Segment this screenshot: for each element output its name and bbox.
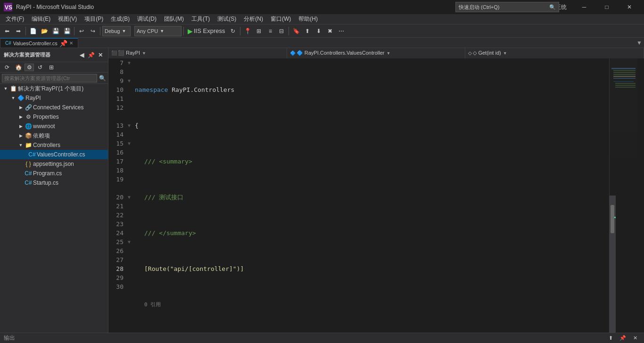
menu-view[interactable]: 视图(V) [54,14,81,24]
code-line-11: /// </summary> [135,229,607,237]
toolbar-btn5[interactable]: 🔖 [291,26,301,36]
ln-21: 21 [110,202,124,211]
refresh-btn[interactable]: ↻ [228,26,238,36]
menu-analyze[interactable]: 分析(N) [240,14,267,24]
ln-22: 22 [110,211,124,220]
maximize-button[interactable]: □ [596,0,618,14]
tree-valuescontroller[interactable]: C# ValuesController.cs [0,150,108,159]
sidebar-pin-btn[interactable]: 📌 [87,51,95,59]
ln-25: 25 [110,237,124,246]
toolbar-btn9[interactable]: ⋯ [336,26,347,36]
forward-btn[interactable]: ➡ [13,26,24,36]
scrollbar-thumb[interactable] [611,205,614,233]
sidebar-collapse-btn[interactable]: ◀ [78,51,85,59]
quick-launch-bar[interactable]: 快速启动 (Ctrl+Q) 🔍 [455,2,559,12]
nav-class-icon: 🔷 [290,50,296,56]
ln-12: 12 [110,103,124,112]
sidebar-search-input[interactable] [2,74,97,82]
tree-program[interactable]: C# Program.cs [0,169,108,178]
tree-connected-services[interactable]: ▶ 🔗 Connected Services [0,103,108,112]
toolbar-btn8[interactable]: ✖ [325,26,335,36]
tree-project[interactable]: ▼ 🔷 RayPI [0,93,108,103]
ln-18: 18 [110,166,124,175]
nav-method[interactable]: ◇ ◇ Get(int id) ▼ [465,48,644,58]
config-dropdown[interactable]: Debug ▼ [102,26,131,36]
output-pin-btn[interactable]: 📌 [618,333,628,343]
tree-properties[interactable]: ▶ ⚙ Properties [0,112,108,122]
ln-20: 20 [110,193,124,202]
sidebar-tb1[interactable]: ⟳ [2,62,12,73]
ln-8: 8 [110,67,124,76]
sidebar-tb2[interactable]: 🏠 [13,62,24,73]
toolbar-btn4[interactable]: ⊟ [276,26,287,36]
tree-arrow-solution: ▼ [2,86,9,91]
tab-close-btn[interactable]: ✕ [69,41,73,46]
toolbar-btn3[interactable]: ≡ [265,26,275,36]
sidebar-props-btn[interactable]: ⚙ [25,64,34,71]
right-panel [609,58,644,333]
menu-project[interactable]: 项目(P) [81,14,107,24]
code-editor[interactable]: namespace RayPI.Controllers { /// <summa… [133,58,609,333]
collapse-15[interactable]: ▼ [125,139,133,148]
c23 [125,220,133,229]
editor-scrollbar[interactable] [609,196,616,333]
tree-controllers[interactable]: ▼ 📁 Controllers [0,140,108,150]
save-btn[interactable]: 💾 [50,26,61,36]
sidebar-close-btn[interactable]: ✕ [97,51,104,59]
sidebar-search-icon[interactable]: 🔍 [99,75,106,82]
output-dock-btn[interactable]: ⬆ [605,333,616,343]
sidebar-tb3[interactable]: ↺ [35,62,45,73]
close-button[interactable]: ✕ [619,0,640,14]
kw-namespace: namespace [135,85,168,94]
tree-wwwroot[interactable]: ▶ 🌐 wwwroot [0,122,108,131]
output-close-btn[interactable]: ✕ [630,333,640,343]
toolbar-btn6[interactable]: ⬆ [302,26,313,36]
tree-dependencies[interactable]: ▶ 📦 依赖项 [0,131,108,140]
tab-label: ValuesController.cs [13,41,58,46]
sidebar-tb4[interactable]: ⊞ [46,62,57,73]
collapse-25[interactable]: ▼ [125,237,133,246]
toolbar-btn7[interactable]: ⬇ [314,26,324,36]
collapse-20[interactable]: ▼ [125,193,133,202]
platform-dropdown[interactable]: Any CPU ▼ [134,26,182,36]
collapse-9[interactable]: ▼ [125,76,133,85]
run-button[interactable]: ▶ IIS Express [186,26,227,36]
tree-startup[interactable]: C# Startup.cs [0,178,108,188]
menu-debug[interactable]: 调试(D) [133,14,160,24]
nav-class[interactable]: 🔷 🔷 RayPI.Controllers.ValuesController ▼ [287,48,466,58]
ln-17: 17 [110,157,124,166]
menu-window[interactable]: 窗口(W) [267,14,295,24]
editor-nav-bar: ⬛ ⬛ RayPI ▼ 🔷 🔷 RayPI.Controllers.Values… [108,48,644,58]
menu-edit[interactable]: 编辑(E) [28,14,54,24]
menu-test[interactable]: 测试(S) [214,14,240,24]
minimize-button[interactable]: ─ [573,0,595,14]
collapse-7[interactable]: ▼ [125,58,133,67]
c26 [125,246,133,255]
save-all-btn[interactable]: 💾 [62,26,72,36]
toolbar-btn1[interactable]: 📍 [242,26,253,36]
menu-tools[interactable]: 工具(T) [188,14,214,24]
solution-icon: 📋 [9,85,17,92]
vs-logo: VS [4,3,12,11]
back-btn[interactable]: ⬅ [2,26,12,36]
sidebar-header-icons: ◀ 📌 ✕ [78,51,104,59]
tree-appsettings[interactable]: { } appsettings.json [0,159,108,169]
output-tab-output[interactable]: 输出 [4,333,15,343]
menu-file[interactable]: 文件(F) [2,14,28,24]
tab-scroll-btn[interactable]: ▼ [635,38,644,48]
redo-btn[interactable]: ↪ [88,26,98,36]
open-btn[interactable]: 📂 [39,26,50,36]
deps-label: 依赖项 [33,132,50,140]
tree-arrow-www: ▶ [17,124,25,129]
undo-btn[interactable]: ↩ [76,26,87,36]
menu-team[interactable]: 团队(M) [160,14,188,24]
nav-namespace[interactable]: ⬛ ⬛ RayPI ▼ [108,48,287,58]
tree-solution[interactable]: ▼ 📋 解决方案'RayPI'(1 个项目) [0,84,108,93]
tab-valuescontroller[interactable]: C# ValuesController.cs 📌 ✕ [0,38,78,48]
new-btn[interactable]: 📄 [28,26,38,36]
toolbar-btn2[interactable]: ⊞ [254,26,264,36]
collapse-13[interactable]: ▼ [125,121,133,130]
menu-help[interactable]: 帮助(H) [295,14,322,24]
ln-14: 14 [110,130,124,139]
menu-build[interactable]: 生成(B) [107,14,133,24]
